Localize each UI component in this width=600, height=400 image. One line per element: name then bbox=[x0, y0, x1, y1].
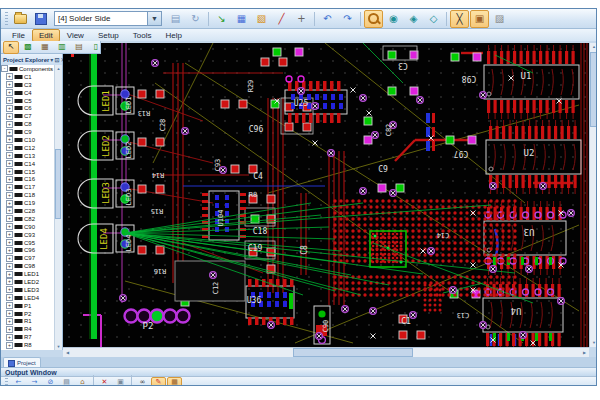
tree-item-row[interactable]: +C3 bbox=[1, 81, 55, 89]
expand-icon[interactable]: + bbox=[6, 247, 13, 254]
expand-icon[interactable]: + bbox=[6, 105, 13, 112]
tree-item-row[interactable]: +C4 bbox=[1, 89, 55, 97]
tree-item-row[interactable]: +C17 bbox=[1, 183, 55, 191]
expand-icon[interactable]: + bbox=[6, 200, 13, 207]
options-icon[interactable]: ▨ bbox=[490, 10, 509, 28]
expand-icon[interactable]: + bbox=[6, 121, 13, 128]
layer-swatch-icon[interactable]: ▧ bbox=[252, 10, 271, 28]
layer-selector-dropdown[interactable]: [4] Solder Side ▼ bbox=[54, 11, 162, 26]
expand-icon[interactable]: + bbox=[6, 271, 13, 278]
tree-item-row[interactable]: +C10 bbox=[1, 136, 55, 144]
tree-item-row[interactable]: +C9 bbox=[1, 128, 55, 136]
expand-icon[interactable]: + bbox=[6, 207, 13, 214]
tree-item-row[interactable]: +C5 bbox=[1, 97, 55, 105]
scroll-up-icon[interactable]: ▲ bbox=[55, 65, 62, 72]
expand-icon[interactable]: + bbox=[6, 286, 13, 293]
expand-icon[interactable]: + bbox=[6, 326, 13, 333]
place-component-icon[interactable]: ↘ bbox=[212, 10, 231, 28]
expand-icon[interactable]: + bbox=[6, 239, 13, 246]
expand-icon[interactable]: + bbox=[6, 73, 13, 80]
expand-icon[interactable]: + bbox=[6, 263, 13, 270]
expand-icon[interactable]: + bbox=[6, 215, 13, 222]
expand-icon[interactable]: + bbox=[6, 136, 13, 143]
tree-item-row[interactable]: +C6 bbox=[1, 104, 55, 112]
stop-icon[interactable]: ⊘ bbox=[43, 377, 58, 387]
chip-tool-icon[interactable]: ▦ bbox=[37, 41, 53, 54]
print-icon[interactable]: ▣ bbox=[113, 377, 128, 387]
expand-icon[interactable]: + bbox=[6, 160, 13, 167]
expand-icon[interactable]: + bbox=[6, 89, 13, 96]
expand-icon[interactable]: + bbox=[6, 231, 13, 238]
grid-toggle-icon[interactable]: ▦ bbox=[232, 10, 251, 28]
rotate-icon[interactable]: ↻ bbox=[186, 10, 205, 28]
zoom-icon[interactable] bbox=[364, 10, 383, 28]
pin-icon[interactable]: ⊡ bbox=[54, 56, 59, 63]
net-display-icon[interactable]: ◈ bbox=[404, 10, 423, 28]
scroll-down-icon[interactable]: ▼ bbox=[55, 343, 62, 350]
tree-item-row[interactable]: +C90 bbox=[1, 223, 55, 231]
expand-icon[interactable]: + bbox=[6, 318, 13, 325]
cursor-tool-icon[interactable]: ↖ bbox=[3, 41, 19, 54]
tree-scrollbar-thumb[interactable] bbox=[55, 149, 61, 219]
cross-probe-icon[interactable]: ╳ bbox=[450, 10, 469, 28]
cleanup-icon[interactable]: ◇ bbox=[424, 10, 443, 28]
expand-icon[interactable]: + bbox=[6, 152, 13, 159]
expand-icon[interactable]: + bbox=[6, 342, 13, 349]
tree-item-row[interactable]: +C7 bbox=[1, 112, 55, 120]
board-view-icon[interactable]: ▩ bbox=[20, 41, 36, 54]
tree-item-row[interactable]: +R1 bbox=[1, 318, 55, 326]
annotate-icon[interactable]: ✎ bbox=[151, 377, 166, 387]
tree-scrollbar[interactable]: ▲ ▼ bbox=[54, 65, 62, 350]
pad-tool-icon[interactable]: ▯ bbox=[88, 41, 104, 54]
grid-view-icon[interactable]: ▦ bbox=[167, 377, 182, 387]
trace-tool-icon[interactable]: ╱ bbox=[272, 10, 291, 28]
canvas-vertical-scrollbar[interactable]: ▲ ▼ bbox=[589, 43, 597, 347]
paste-icon[interactable]: ▤ bbox=[166, 10, 185, 28]
expand-icon[interactable]: + bbox=[6, 302, 13, 309]
footprint-tool-icon[interactable]: ▤ bbox=[71, 41, 87, 54]
expand-icon[interactable]: + bbox=[6, 192, 13, 199]
export-icon[interactable]: ▤ bbox=[59, 377, 74, 387]
pcb-canvas[interactable]: LED1LED1LED2LED2LED3LED3LED4LED4R13C28R1… bbox=[63, 43, 589, 347]
home-icon[interactable]: ⌂ bbox=[75, 377, 90, 387]
tree-item-row[interactable]: +R8 bbox=[1, 341, 55, 349]
menu-item-help[interactable]: Help bbox=[158, 29, 188, 42]
tree-item-row[interactable]: +C82 bbox=[1, 215, 55, 223]
scroll-right-icon[interactable]: ▶ bbox=[580, 348, 589, 357]
tree-root-row[interactable]: -Components bbox=[1, 65, 55, 73]
tree-item-row[interactable]: +C97 bbox=[1, 254, 55, 262]
expand-icon[interactable]: + bbox=[6, 176, 13, 183]
tree-item-row[interactable]: +P1 bbox=[1, 302, 55, 310]
tree-item-row[interactable]: +LED4 bbox=[1, 294, 55, 302]
tree-item-row[interactable]: +C15 bbox=[1, 168, 55, 176]
tree-item-row[interactable]: +C1 bbox=[1, 73, 55, 81]
expand-icon[interactable]: - bbox=[1, 65, 8, 72]
tree-item-row[interactable]: +C95 bbox=[1, 239, 55, 247]
scroll-left-icon[interactable]: ◀ bbox=[63, 348, 72, 357]
scroll-up-icon[interactable]: ▲ bbox=[590, 43, 597, 51]
forward-icon[interactable]: → bbox=[27, 377, 42, 387]
horizontal-scrollbar-thumb[interactable] bbox=[293, 348, 413, 357]
tree-item-row[interactable]: +LED3 bbox=[1, 286, 55, 294]
menu-item-tools[interactable]: Tools bbox=[126, 29, 159, 42]
open-file-icon[interactable] bbox=[11, 10, 30, 28]
package-tool-icon[interactable]: ▥ bbox=[54, 41, 70, 54]
expand-icon[interactable]: + bbox=[6, 184, 13, 191]
expand-icon[interactable]: + bbox=[6, 294, 13, 301]
tree-item-row[interactable]: +C19 bbox=[1, 199, 55, 207]
expand-icon[interactable]: + bbox=[6, 334, 13, 341]
undo-icon[interactable]: ↶ bbox=[318, 10, 337, 28]
dropdown-icon[interactable]: ▾ bbox=[50, 56, 53, 63]
expand-icon[interactable]: + bbox=[6, 97, 13, 104]
net-highlight-icon[interactable]: ◉ bbox=[384, 10, 403, 28]
expand-icon[interactable]: + bbox=[6, 310, 13, 317]
expand-icon[interactable]: + bbox=[6, 255, 13, 262]
search-icon[interactable]: ∞ bbox=[135, 377, 150, 387]
vertical-scrollbar-thumb[interactable] bbox=[590, 52, 597, 127]
tree-item-row[interactable]: +C98 bbox=[1, 262, 55, 270]
tree-item-row[interactable]: +C14 bbox=[1, 160, 55, 168]
canvas-horizontal-scrollbar[interactable]: ◀ ▶ bbox=[63, 347, 589, 357]
tree-item-row[interactable]: +C18 bbox=[1, 191, 55, 199]
tree-item-row[interactable]: +LED2 bbox=[1, 278, 55, 286]
expand-icon[interactable]: + bbox=[6, 81, 13, 88]
